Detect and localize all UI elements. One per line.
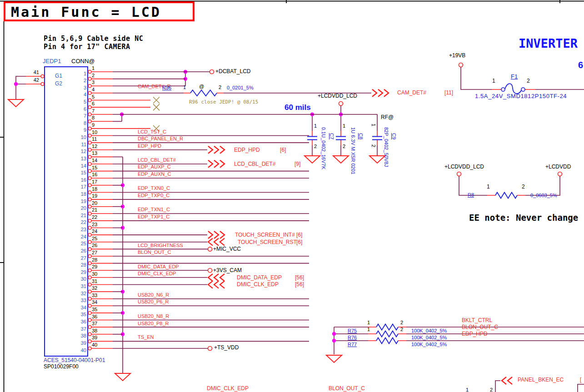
- fuse-f1-symbol[interactable]: [459, 63, 584, 94]
- offpage-touch-int[interactable]: TOUCH_SCREEN_INT#: [235, 232, 295, 238]
- offpage-arrow-icon[interactable]: [372, 89, 389, 97]
- refdes-c9[interactable]: C9: [391, 133, 397, 139]
- cap-c7-pin1: 1: [314, 123, 317, 129]
- connector-alt-part: SP010029F00: [44, 364, 79, 370]
- connector-pin-27[interactable]: [88, 255, 91, 258]
- gnd-bus-wire: [115, 157, 130, 381]
- refdes-c8[interactable]: C8: [358, 133, 364, 139]
- connector-pin-10[interactable]: [88, 134, 91, 137]
- connector-pin-21[interactable]: [88, 212, 91, 215]
- connector-pin-28[interactable]: [88, 262, 91, 265]
- connector-pin-18[interactable]: [88, 191, 91, 194]
- pin-number-outer: 22: [92, 214, 97, 220]
- resistor-network-r75-r77[interactable]: [326, 324, 584, 363]
- offpage-arrow-icon[interactable]: [208, 281, 225, 288]
- connector-pin-37[interactable]: [88, 326, 91, 329]
- connector-pin-12[interactable]: [88, 148, 91, 151]
- pin-number-inner: 37: [81, 326, 86, 332]
- net-edp-txp0-c: EDP_TXP0_C: [138, 193, 170, 198]
- connector-pin-20[interactable]: [88, 205, 91, 208]
- capacitor-c8-symbol[interactable]: [333, 131, 349, 163]
- connector-pin-3[interactable]: [88, 84, 91, 88]
- connector-pin-35[interactable]: [88, 311, 91, 314]
- offpage-arrow-icon[interactable]: [502, 377, 512, 384]
- connector-pin-23[interactable]: [88, 226, 91, 229]
- connector-pins: 1122334455667788991010111112121313141415…: [81, 65, 377, 353]
- connector-pin-5[interactable]: [88, 99, 91, 102]
- connector-pin-15[interactable]: [88, 169, 91, 173]
- connector-pin-29[interactable]: [88, 269, 91, 272]
- offpage-arrow-icon[interactable]: [208, 146, 225, 154]
- refdes-c7[interactable]: C7: [329, 133, 334, 139]
- pin-number-inner: 2: [84, 78, 86, 83]
- connector-pin-19[interactable]: [88, 198, 91, 201]
- cap-c9-pin1: 1: [370, 124, 376, 126]
- offpage-dmic-data[interactable]: DMIC_DATA_EDP: [237, 275, 282, 281]
- connector-pin-38[interactable]: [88, 332, 91, 336]
- connector-pin-36[interactable]: [88, 318, 91, 322]
- connector-pin-6[interactable]: [88, 106, 91, 109]
- connector-pin-22[interactable]: [88, 219, 91, 222]
- r96-variant: @: [199, 84, 204, 89]
- net-edp-auxp-c: EDP_AUXP_C: [138, 164, 171, 170]
- offpage-cam-det[interactable]: CAM_DET#: [397, 90, 426, 96]
- connector-pin-16[interactable]: [88, 177, 91, 180]
- pin-number-outer: 36: [92, 314, 97, 319]
- connector-refdes[interactable]: JEDP1: [43, 58, 61, 65]
- pin-number-inner: 29: [81, 269, 86, 275]
- refdes-f1[interactable]: F1: [511, 74, 518, 80]
- power-terminal-dcbat: [210, 70, 214, 74]
- connector-pin-33[interactable]: [88, 297, 91, 300]
- offpage-lcd-cbl-det[interactable]: LCD_CBL_DET#: [234, 161, 275, 168]
- connector-pin-9[interactable]: [88, 127, 91, 130]
- pin-number-outer: 6: [92, 101, 95, 106]
- offpage-touch-rst[interactable]: TOUCH_SCREEN_RST: [238, 239, 297, 246]
- refdes-r8[interactable]: R8: [468, 192, 474, 198]
- offpage-arrow-icon[interactable]: [208, 274, 225, 281]
- power-dcbat-lcd: +DCBAT_LCD: [215, 69, 250, 75]
- connector-pin-11[interactable]: [88, 141, 91, 144]
- net-ts-en: TS_EN: [138, 334, 154, 340]
- connector-pin-14[interactable]: [88, 163, 91, 166]
- connector-pin-40[interactable]: [88, 347, 91, 350]
- net-dmic-clk-edp: DMIC_CLK_EDP: [138, 271, 176, 277]
- offpage-arrow-icon[interactable]: [208, 231, 225, 238]
- connector-pin-24[interactable]: [88, 233, 91, 237]
- connector-pin-8[interactable]: [88, 120, 91, 123]
- offpage-dmic-clk[interactable]: DMIC_CLK_EDP: [237, 282, 279, 288]
- pin-number-outer: 26: [92, 243, 97, 248]
- offpage-edp-hpd[interactable]: EDP_HPD: [234, 147, 260, 154]
- refdes-r96[interactable]: R96: [162, 85, 171, 91]
- pin-number-outer: 19: [92, 193, 97, 198]
- connector-pin-31[interactable]: [88, 283, 91, 286]
- connector-pin-2[interactable]: [88, 77, 91, 80]
- pin-number-outer: 3: [92, 79, 95, 85]
- partial-pin-2: 2: [490, 387, 493, 392]
- connector-pin-26[interactable]: [88, 248, 91, 251]
- r8-pin1: 1: [487, 184, 490, 190]
- offpage-arrow-icon[interactable]: [208, 160, 225, 168]
- connector-pin-32[interactable]: [88, 290, 91, 293]
- connector-pin-34[interactable]: [88, 304, 91, 308]
- connector-pin-17[interactable]: [88, 184, 91, 187]
- pageref-dmic-data: [56]: [295, 275, 304, 281]
- connector-pin-7[interactable]: [88, 113, 91, 116]
- connector-pin-13[interactable]: [88, 155, 91, 159]
- refdes-r75[interactable]: R75: [348, 328, 357, 334]
- connector-pin-39[interactable]: [88, 340, 91, 343]
- connector-pin-25[interactable]: [88, 240, 91, 243]
- connector-pin-1[interactable]: [88, 70, 91, 74]
- pin-number-inner: 31: [81, 283, 86, 289]
- connector-pin-30[interactable]: [88, 276, 91, 279]
- offpage-panel-bken[interactable]: PANEL_BKEN_EC: [518, 377, 564, 383]
- pageref-dmic-clk: [56]: [295, 282, 304, 288]
- refdes-r76[interactable]: R76: [348, 335, 357, 341]
- pin-number-outer: 16: [92, 172, 97, 177]
- r96-pin2: 2: [219, 84, 221, 90]
- partial-pin-1: 1: [466, 387, 469, 392]
- pin-number-inner: 34: [81, 305, 86, 310]
- offpage-arrow-icon[interactable]: [208, 238, 225, 246]
- power-ts-vdd: +TS_VDD: [214, 345, 239, 351]
- refdes-r77[interactable]: R77: [348, 342, 357, 347]
- connector-pin-4[interactable]: [88, 91, 91, 94]
